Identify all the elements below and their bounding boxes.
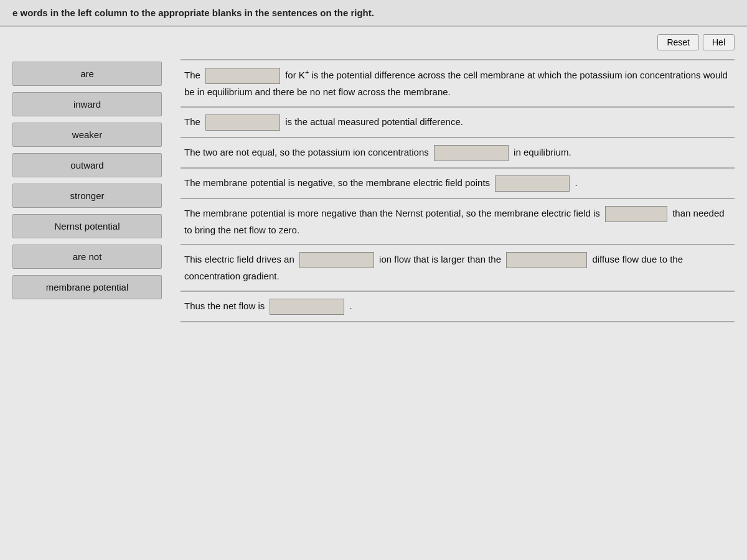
word-are[interactable]: are: [12, 62, 162, 86]
word-nernst-potential[interactable]: Nernst potential: [12, 214, 162, 238]
word-bank: are inward weaker outward stronger Nerns…: [0, 55, 174, 329]
s3-part1: The two are not equal, so the potassium …: [184, 147, 431, 157]
s6-part2: ion flow that is larger than the: [379, 254, 504, 264]
blank-1[interactable]: [205, 68, 280, 84]
blank-2[interactable]: [205, 114, 280, 131]
s2-part2: is the actual measured potential differe…: [285, 116, 463, 127]
sentence-6: This electric field drives an ion flow t…: [181, 245, 735, 292]
s6-part1: This electric field drives an: [184, 254, 297, 264]
word-outward[interactable]: outward: [12, 153, 162, 177]
s3-part2: in equilibrium.: [514, 147, 571, 157]
word-are-not[interactable]: are not: [12, 245, 162, 269]
sentence-2: The is the actual measured potential dif…: [181, 108, 735, 138]
instruction-text: e words in the left column to the approp…: [12, 7, 374, 18]
reset-button[interactable]: Reset: [657, 34, 699, 50]
blank-6[interactable]: [299, 252, 374, 268]
content-area: are inward weaker outward stronger Nerns…: [0, 55, 747, 341]
word-weaker[interactable]: weaker: [12, 123, 162, 147]
blank-8[interactable]: [270, 299, 344, 315]
s1-part1: The: [184, 70, 203, 80]
sentence-4: The membrane potential is negative, so t…: [181, 169, 735, 199]
sentence-7: Thus the net flow is .: [181, 292, 735, 322]
s7-part1: Thus the net flow is: [184, 301, 267, 311]
blank-3[interactable]: [434, 145, 509, 161]
sentence-1: The for K+ is the potential difference a…: [181, 59, 735, 108]
blank-4[interactable]: [495, 175, 570, 192]
s4-part1: The membrane potential is negative, so t…: [184, 177, 492, 188]
instruction-bar: e words in the left column to the approp…: [0, 0, 747, 27]
toolbar: Reset Hel: [0, 27, 747, 55]
s2-part1: The: [184, 116, 203, 127]
s5-part1: The membrane potential is more negative …: [184, 208, 603, 218]
help-button[interactable]: Hel: [703, 34, 735, 50]
word-inward[interactable]: inward: [12, 92, 162, 116]
s4-part2: .: [575, 177, 577, 188]
s7-part2: .: [350, 301, 352, 311]
blank-7[interactable]: [506, 252, 587, 268]
blank-5[interactable]: [605, 206, 667, 222]
word-stronger[interactable]: stronger: [12, 184, 162, 208]
word-membrane-potential[interactable]: membrane potential: [12, 275, 162, 299]
main-container: e words in the left column to the approp…: [0, 0, 747, 560]
sentence-3: The two are not equal, so the potassium …: [181, 138, 735, 169]
sentence-5: The membrane potential is more negative …: [181, 199, 735, 246]
sentences-area: The for K+ is the potential difference a…: [174, 55, 747, 329]
